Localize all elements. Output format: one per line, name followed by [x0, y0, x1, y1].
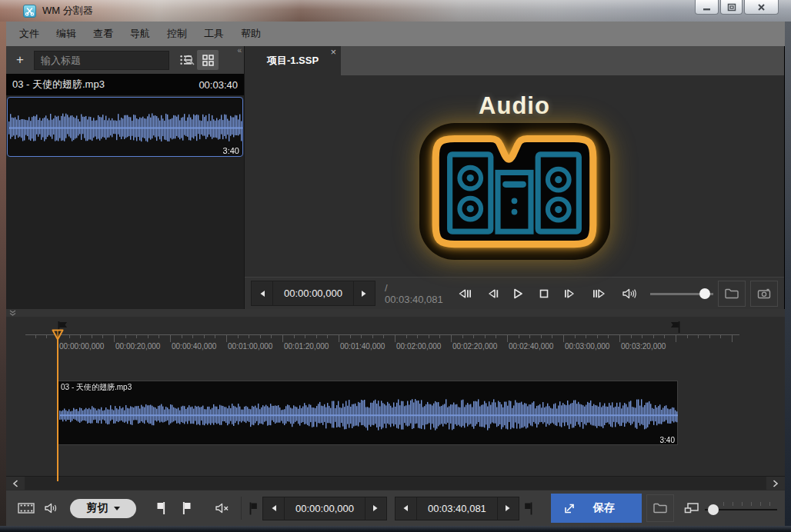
ruler-label: 00:01:20,000: [284, 342, 329, 351]
mode-dropdown[interactable]: 剪切: [70, 499, 136, 518]
timeline-scrollbar[interactable]: [6, 476, 785, 490]
ruler-tick: [316, 335, 317, 338]
media-thumbnail[interactable]: 3:40: [7, 97, 243, 157]
set-start-marker-button[interactable]: [149, 495, 174, 521]
snapshot-button[interactable]: [750, 281, 778, 307]
minimize-icon: [703, 4, 712, 11]
tab-project-1[interactable]: 项目-1.SSP ×: [245, 46, 341, 75]
window-bottom-border: [0, 526, 791, 532]
mute-button[interactable]: [209, 495, 235, 521]
stop-button[interactable]: [534, 282, 555, 305]
ruler-tick: [136, 335, 137, 338]
collapse-panel-icon[interactable]: «: [237, 46, 242, 55]
grid-view-icon: [202, 55, 214, 66]
step-forward-button[interactable]: [559, 282, 580, 305]
start-increment-button[interactable]: [365, 497, 386, 520]
ruler-tick: [204, 335, 205, 338]
scroll-left-button[interactable]: [6, 477, 25, 490]
tab-close-icon[interactable]: ×: [330, 46, 336, 58]
clip-duration: 3:40: [660, 436, 675, 444]
end-marker-flag[interactable]: [669, 321, 680, 333]
frame-mode-button[interactable]: [14, 495, 39, 521]
step-back-icon: [486, 288, 499, 300]
ruler-tick: [406, 335, 407, 338]
current-time-field[interactable]: 00:00:00,000: [272, 281, 354, 305]
play-button[interactable]: [508, 282, 529, 305]
transport-bar: 00:00:00,000 / 00:03:40,081: [245, 277, 784, 309]
ruler-tick: [159, 335, 159, 338]
menu-view[interactable]: 查看: [85, 23, 122, 45]
media-list-item[interactable]: 03 - 天使的翅膀.mp3 00:03:40: [6, 74, 244, 95]
tab-bar: 项目-1.SSP ×: [245, 46, 784, 75]
ruler-tick: [125, 335, 126, 338]
skip-to-start-button[interactable]: [454, 282, 475, 305]
camera-icon: [756, 288, 772, 300]
list-view-button[interactable]: [175, 50, 197, 70]
ruler-label: 00:00:20,000: [115, 342, 160, 351]
playhead-line[interactable]: [57, 331, 58, 481]
timeline-clip[interactable]: 03 - 天使的翅膀.mp3 3:40: [58, 381, 678, 445]
timeline-panel: 00:00:00,00000:00:20,00000:00:40,00000:0…: [6, 317, 785, 490]
ruler-tick: [102, 335, 103, 338]
open-folder-button[interactable]: [718, 281, 746, 307]
save-button[interactable]: 保存: [551, 494, 642, 523]
time-increment-button[interactable]: [354, 281, 375, 305]
ruler-tick: [305, 335, 305, 338]
selection-start-spinner: 00:00:00,000: [262, 497, 387, 520]
ruler-label: 00:01:40,000: [340, 342, 385, 351]
menu-tools[interactable]: 工具: [195, 23, 232, 45]
window-controls: [693, 0, 779, 15]
dark-flag-left-icon: [523, 501, 534, 516]
search-input[interactable]: [35, 55, 182, 66]
menu-help[interactable]: 帮助: [232, 23, 269, 45]
ruler-tick: [608, 335, 609, 338]
chevron-right-icon: [773, 480, 779, 487]
zoom-slider-knob[interactable]: [708, 504, 719, 515]
ruler-tick: [327, 335, 328, 338]
ruler-tick: [529, 335, 530, 338]
start-decrement-button[interactable]: [263, 497, 284, 520]
output-folder-button[interactable]: [646, 494, 674, 522]
play-icon: [512, 288, 523, 300]
skip-back-icon: [457, 288, 472, 300]
panel-splitter[interactable]: [6, 309, 785, 317]
close-button[interactable]: [744, 0, 779, 15]
ruler-tick: [80, 335, 81, 338]
volume-slider[interactable]: [650, 288, 713, 299]
selection-start-field[interactable]: 00:00:00,000: [284, 497, 365, 520]
ruler-tick: [451, 335, 452, 342]
ruler-tick: [46, 335, 47, 338]
selection-end-field[interactable]: 00:03:40,081: [416, 497, 498, 520]
time-decrement-button[interactable]: [252, 281, 272, 305]
right-arrow-icon: [505, 504, 511, 512]
set-end-marker-button[interactable]: [174, 495, 199, 521]
audio-logo: [419, 123, 610, 260]
menu-navigate[interactable]: 导航: [122, 23, 159, 45]
save-button-label: 保存: [576, 501, 632, 515]
zoom-slider[interactable]: [705, 501, 777, 515]
close-icon: [757, 3, 766, 12]
ruler-tick: [473, 335, 474, 338]
flag-left-icon: [155, 500, 167, 516]
volume-slider-knob[interactable]: [699, 288, 710, 299]
step-back-button[interactable]: [482, 282, 502, 305]
minimize-button[interactable]: [695, 0, 719, 15]
ruler-label: 00:02:20,000: [452, 342, 497, 351]
menu-control[interactable]: 控制: [159, 23, 195, 45]
audio-mode-button[interactable]: [39, 495, 65, 521]
add-media-button[interactable]: +: [9, 50, 31, 70]
maximize-button[interactable]: [720, 0, 743, 15]
ruler-tick: [294, 335, 295, 338]
menu-edit[interactable]: 编辑: [48, 23, 85, 45]
scroll-right-button[interactable]: [766, 477, 785, 490]
playhead-handle[interactable]: [52, 329, 64, 341]
flag-right-icon: [181, 500, 192, 516]
grid-view-button[interactable]: [197, 50, 219, 70]
end-increment-button[interactable]: [498, 497, 519, 520]
ruler-tick: [383, 335, 384, 338]
menu-file[interactable]: 文件: [11, 23, 48, 45]
skip-to-end-button[interactable]: [589, 282, 610, 305]
export-arrow-icon: [563, 502, 576, 515]
end-decrement-button[interactable]: [396, 497, 416, 520]
volume-button[interactable]: [619, 282, 640, 305]
